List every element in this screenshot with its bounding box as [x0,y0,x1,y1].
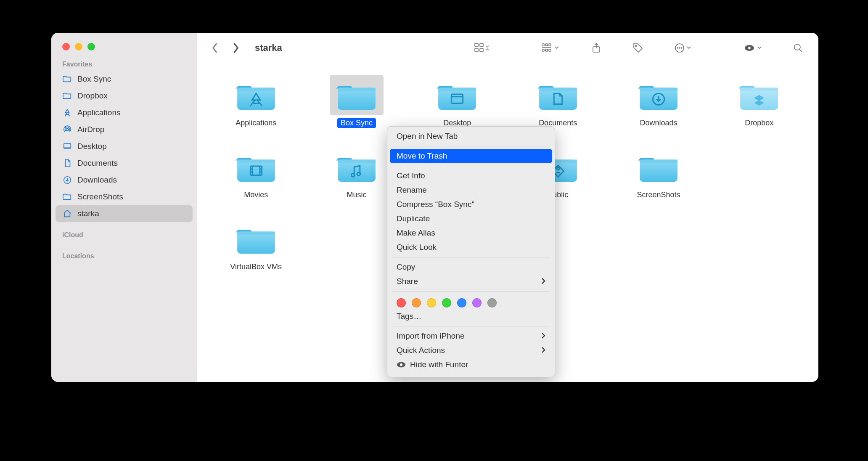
menu-quick-look[interactable]: Quick Look [387,240,555,254]
window-controls [51,43,197,59]
folder-icon [62,192,72,202]
folder-label: Box Sync [337,118,376,128]
folder-virtualbox-vms[interactable]: VirtualBox VMs [208,219,304,272]
sidebar-item-dropbox[interactable]: Dropbox [56,87,193,104]
folder-icon [330,75,384,115]
funter-toggle-button[interactable] [741,40,765,56]
sidebar-section-icloud: iCloud [51,230,197,241]
sidebar-item-downloads[interactable]: Downloads [56,172,193,188]
folder-applications[interactable]: Applications [208,75,304,128]
folder-label: Downloads [636,118,680,128]
sidebar-item-starka[interactable]: starka [56,205,193,222]
menu-get-info[interactable]: Get Info [387,169,555,183]
menu-tag-colors [387,294,555,309]
folder-label: Applications [232,118,280,128]
folder-label: Movies [241,190,271,200]
sidebar-item-label: Dropbox [77,91,108,101]
menu-separator [392,257,550,257]
sidebar-item-label: starka [77,209,99,218]
folder-icon [229,147,283,187]
menu-import-from-iphone[interactable]: Import from iPhone [387,329,555,343]
folder-downloads[interactable]: Downloads [610,75,707,128]
tag-gray[interactable] [487,298,497,307]
sidebar-item-label: ScreenShots [77,192,123,201]
search-button[interactable] [790,40,807,56]
tag-orange[interactable] [412,298,421,307]
menu-copy[interactable]: Copy [387,260,555,274]
airdrop-icon [62,125,72,135]
menu-separator [392,326,550,326]
menu-rename[interactable]: Rename [387,183,555,197]
svg-rect-17 [545,49,548,51]
sidebar-item-airdrop[interactable]: AirDrop [56,121,193,138]
svg-point-27 [794,44,800,50]
menu-quick-actions[interactable]: Quick Actions [387,343,555,358]
folder-box-sync[interactable]: Box Sync [308,75,405,128]
folder-icon [632,75,685,115]
folder-dropbox[interactable]: Dropbox [711,75,807,128]
sidebar-section-favorites: Favorites [51,59,197,71]
menu-open-new-tab[interactable]: Open in New Tab [387,129,555,143]
toolbar: starka [197,33,818,63]
tag-purple[interactable] [472,298,482,307]
svg-rect-13 [545,44,548,46]
tag-yellow[interactable] [427,298,436,307]
share-button[interactable] [588,40,605,56]
menu-move-to-trash[interactable]: Move to Trash [390,149,552,163]
download-icon [62,175,72,185]
menu-duplicate[interactable]: Duplicate [387,212,555,226]
svg-point-26 [748,47,751,50]
close-window-button[interactable] [62,43,70,50]
folder-label: VirtualBox VMs [227,262,285,272]
folder-desktop[interactable]: Desktop [409,75,505,128]
more-actions-button[interactable] [671,40,695,56]
sidebar-item-label: Desktop [77,142,107,151]
window-title: starka [255,42,282,53]
forward-button[interactable] [230,40,242,56]
svg-rect-11 [480,48,483,52]
folder-documents[interactable]: Documents [510,75,606,128]
eye-icon [397,360,406,369]
svg-rect-10 [475,48,478,52]
menu-share[interactable]: Share [387,274,555,289]
folder-screenshots[interactable]: ScreenShots [610,147,707,200]
sidebar-item-label: Applications [77,108,120,117]
applications-icon [62,108,72,118]
desktop-icon [62,141,72,151]
svg-point-24 [681,48,682,48]
folder-icon [430,75,484,115]
tags-button[interactable] [629,40,647,56]
context-menu: Open in New Tab Move to Trash Get Info R… [387,126,555,377]
svg-point-22 [677,48,678,48]
menu-make-alias[interactable]: Make Alias [387,226,555,240]
folder-icon [229,75,283,115]
back-button[interactable] [209,40,221,56]
sidebar-item-box-sync[interactable]: Box Sync [56,71,193,87]
svg-rect-5 [64,144,71,148]
sidebar-item-label: AirDrop [77,125,104,134]
folder-icon [62,74,72,84]
tag-green[interactable] [442,298,451,307]
menu-separator [392,146,550,146]
sidebar-item-desktop[interactable]: Desktop [56,138,193,155]
folder-label: Music [343,190,370,200]
menu-separator [392,166,550,166]
menu-compress[interactable]: Compress “Box Sync” [387,197,555,212]
fullscreen-window-button[interactable] [87,43,95,50]
tag-blue[interactable] [457,298,466,307]
folder-icon [330,147,384,187]
sidebar-item-applications[interactable]: Applications [56,104,193,121]
sidebar-item-screenshots[interactable]: ScreenShots [56,188,193,205]
chevron-right-icon [541,331,545,341]
sidebar-item-documents[interactable]: Documents [56,155,193,172]
tag-red[interactable] [397,298,406,307]
svg-rect-9 [480,43,483,47]
view-icons-button[interactable] [471,40,492,56]
minimize-window-button[interactable] [75,43,82,50]
folder-label: ScreenShots [633,190,683,200]
menu-tags[interactable]: Tags… [387,309,555,323]
folder-icon [62,91,72,101]
group-by-button[interactable] [538,40,564,56]
menu-hide-with-funter[interactable]: Hide with Funter [387,358,555,372]
folder-movies[interactable]: Movies [208,147,304,200]
